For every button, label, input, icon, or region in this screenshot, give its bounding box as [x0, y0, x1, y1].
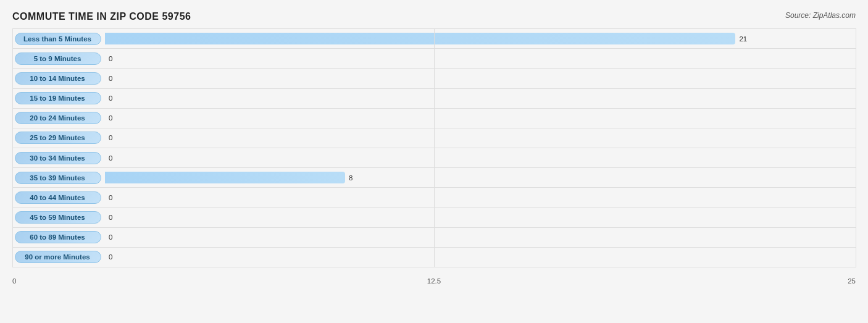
bar-value: 0: [109, 154, 112, 162]
bar-fill-area: 0: [105, 69, 856, 88]
bar-label: 60 to 89 Minutes: [15, 231, 101, 243]
bar-fill-area: 0: [105, 148, 856, 167]
bar-row: 25 to 29 Minutes0: [12, 128, 856, 148]
chart-source: Source: ZipAtlas.com: [785, 11, 856, 20]
bar-value: 0: [109, 194, 112, 201]
bar-label: 30 to 34 Minutes: [15, 152, 101, 164]
label-pill: 35 to 39 Minutes: [15, 172, 101, 184]
bar-value: 21: [739, 35, 747, 43]
label-pill: 15 to 19 Minutes: [15, 92, 101, 104]
bar-fill-area: 0: [105, 228, 856, 247]
label-pill: 20 to 24 Minutes: [15, 112, 101, 124]
label-pill: 10 to 14 Minutes: [15, 72, 101, 85]
bar-value: 0: [109, 75, 112, 82]
bar-value: 0: [109, 214, 112, 221]
x-axis-label: 25: [848, 277, 856, 285]
bar-row: 90 or more Minutes0: [12, 248, 856, 267]
bar-label: 25 to 29 Minutes: [15, 132, 101, 144]
bar-value: 0: [109, 114, 112, 122]
bar-value: 0: [109, 55, 112, 62]
label-pill: 5 to 9 Minutes: [15, 52, 101, 65]
bar-row: 40 to 44 Minutes0: [12, 188, 856, 208]
bar-label: 10 to 14 Minutes: [15, 72, 101, 85]
bar-row: 30 to 34 Minutes0: [12, 148, 856, 168]
bar-fill-area: 0: [105, 188, 856, 207]
bar-row: 10 to 14 Minutes0: [12, 69, 856, 88]
bar-value: 8: [349, 174, 353, 182]
x-axis: 012.525: [12, 267, 856, 285]
bar-fill-area: 0: [105, 248, 856, 267]
bar-label: 45 to 59 Minutes: [15, 211, 101, 224]
bar-fill: [105, 172, 345, 183]
bar-fill-area: 0: [105, 128, 856, 148]
bar-label: 40 to 44 Minutes: [15, 191, 101, 204]
label-pill: 40 to 44 Minutes: [15, 191, 101, 204]
bar-value: 0: [109, 253, 112, 261]
chart-header: COMMUTE TIME IN ZIP CODE 59756 Source: Z…: [12, 11, 856, 22]
label-pill: 60 to 89 Minutes: [15, 231, 101, 243]
bar-fill-area: 0: [105, 208, 856, 227]
bar-row: 5 to 9 Minutes0: [12, 49, 856, 69]
chart-area: Less than 5 Minutes215 to 9 Minutes010 t…: [12, 28, 856, 285]
bar-label: 90 or more Minutes: [15, 251, 101, 263]
bar-row: 35 to 39 Minutes8: [12, 168, 856, 188]
label-pill: Less than 5 Minutes: [15, 33, 101, 45]
bar-row: 60 to 89 Minutes0: [12, 228, 856, 248]
bar-value: 0: [109, 233, 112, 241]
label-pill: 45 to 59 Minutes: [15, 211, 101, 224]
bar-row: Less than 5 Minutes21: [12, 28, 856, 49]
bar-row: 15 to 19 Minutes0: [12, 89, 856, 109]
bar-fill-area: 0: [105, 89, 856, 108]
bar-fill-area: 0: [105, 109, 856, 128]
bar-fill: [105, 33, 735, 44]
bar-label: 35 to 39 Minutes: [15, 172, 101, 184]
x-axis-label: 0: [12, 277, 16, 285]
bar-value: 0: [109, 94, 112, 102]
bar-label: 20 to 24 Minutes: [15, 112, 101, 124]
bar-fill-area: 21: [105, 29, 856, 48]
grid-line: [856, 28, 856, 267]
bar-row: 45 to 59 Minutes0: [12, 208, 856, 228]
bar-value: 0: [109, 134, 112, 141]
chart-container: COMMUTE TIME IN ZIP CODE 59756 Source: Z…: [0, 0, 868, 323]
bar-label: Less than 5 Minutes: [15, 33, 101, 45]
bar-fill-area: 0: [105, 49, 856, 68]
chart-title: COMMUTE TIME IN ZIP CODE 59756: [12, 11, 191, 22]
x-axis-label: 12.5: [427, 277, 441, 285]
bar-label: 5 to 9 Minutes: [15, 52, 101, 65]
bar-row: 20 to 24 Minutes0: [12, 109, 856, 128]
bar-fill-area: 8: [105, 168, 856, 187]
bar-label: 15 to 19 Minutes: [15, 92, 101, 104]
label-pill: 30 to 34 Minutes: [15, 152, 101, 164]
label-pill: 25 to 29 Minutes: [15, 132, 101, 144]
bars-wrapper: Less than 5 Minutes215 to 9 Minutes010 t…: [12, 28, 856, 267]
label-pill: 90 or more Minutes: [15, 251, 101, 263]
